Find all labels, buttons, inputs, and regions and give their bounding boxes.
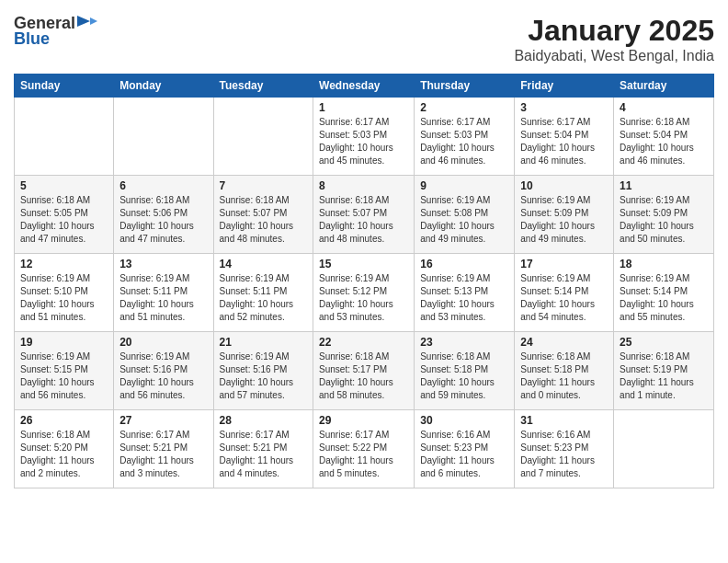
calendar-cell: 18Sunrise: 6:19 AM Sunset: 5:14 PM Dayli… (614, 254, 714, 332)
weekday-header-row: SundayMondayTuesdayWednesdayThursdayFrid… (15, 75, 714, 98)
day-info: Sunrise: 6:18 AM Sunset: 5:06 PM Dayligh… (119, 194, 207, 246)
day-number: 3 (520, 101, 608, 114)
calendar-week-row: 26Sunrise: 6:18 AM Sunset: 5:20 PM Dayli… (15, 410, 714, 488)
day-number: 28 (220, 414, 308, 427)
calendar-week-row: 12Sunrise: 6:19 AM Sunset: 5:10 PM Dayli… (15, 254, 714, 332)
day-number: 14 (220, 258, 308, 270)
day-number: 11 (620, 179, 708, 192)
day-info: Sunrise: 6:16 AM Sunset: 5:23 PM Dayligh… (420, 429, 508, 480)
day-number: 20 (119, 336, 207, 349)
logo-flag-icon (77, 16, 97, 32)
calendar-cell: 1Sunrise: 6:17 AM Sunset: 5:03 PM Daylig… (313, 98, 415, 176)
day-number: 26 (20, 414, 108, 427)
day-info: Sunrise: 6:18 AM Sunset: 5:19 PM Dayligh… (620, 350, 708, 402)
weekday-header-wednesday: Wednesday (313, 75, 415, 98)
day-number: 8 (319, 179, 408, 192)
day-number: 13 (119, 258, 207, 270)
calendar-cell: 30Sunrise: 6:16 AM Sunset: 5:23 PM Dayli… (415, 410, 515, 488)
logo: General Blue (14, 14, 97, 49)
day-info: Sunrise: 6:18 AM Sunset: 5:05 PM Dayligh… (20, 194, 108, 246)
day-info: Sunrise: 6:19 AM Sunset: 5:12 PM Dayligh… (319, 272, 408, 324)
page: General Blue January 2025 Baidyabati, We… (0, 0, 728, 563)
day-number: 18 (620, 258, 708, 270)
calendar-cell: 15Sunrise: 6:19 AM Sunset: 5:12 PM Dayli… (313, 254, 415, 332)
svg-marker-0 (77, 16, 90, 27)
calendar-cell: 10Sunrise: 6:19 AM Sunset: 5:09 PM Dayli… (515, 176, 614, 254)
day-info: Sunrise: 6:17 AM Sunset: 5:21 PM Dayligh… (119, 429, 207, 480)
day-info: Sunrise: 6:19 AM Sunset: 5:16 PM Dayligh… (220, 350, 308, 402)
calendar-table: SundayMondayTuesdayWednesdayThursdayFrid… (14, 74, 714, 488)
day-number: 22 (319, 336, 408, 349)
calendar-cell: 5Sunrise: 6:18 AM Sunset: 5:05 PM Daylig… (15, 176, 114, 254)
calendar-cell (213, 98, 313, 176)
day-info: Sunrise: 6:19 AM Sunset: 5:14 PM Dayligh… (520, 272, 608, 324)
day-number: 27 (119, 414, 207, 427)
day-info: Sunrise: 6:17 AM Sunset: 5:22 PM Dayligh… (319, 429, 408, 480)
calendar-cell: 31Sunrise: 6:16 AM Sunset: 5:23 PM Dayli… (515, 410, 614, 488)
day-info: Sunrise: 6:19 AM Sunset: 5:09 PM Dayligh… (520, 194, 608, 246)
day-number: 21 (220, 336, 308, 349)
calendar-cell: 16Sunrise: 6:19 AM Sunset: 5:13 PM Dayli… (415, 254, 515, 332)
day-info: Sunrise: 6:18 AM Sunset: 5:07 PM Dayligh… (319, 194, 408, 246)
day-info: Sunrise: 6:18 AM Sunset: 5:07 PM Dayligh… (220, 194, 308, 246)
calendar-cell: 9Sunrise: 6:19 AM Sunset: 5:08 PM Daylig… (415, 176, 515, 254)
day-info: Sunrise: 6:18 AM Sunset: 5:17 PM Dayligh… (319, 350, 408, 402)
calendar-cell: 6Sunrise: 6:18 AM Sunset: 5:06 PM Daylig… (114, 176, 213, 254)
day-number: 29 (319, 414, 408, 427)
calendar-cell: 8Sunrise: 6:18 AM Sunset: 5:07 PM Daylig… (313, 176, 415, 254)
calendar-cell: 26Sunrise: 6:18 AM Sunset: 5:20 PM Dayli… (15, 410, 114, 488)
day-number: 6 (119, 179, 207, 192)
day-info: Sunrise: 6:16 AM Sunset: 5:23 PM Dayligh… (520, 429, 608, 480)
calendar-cell (614, 410, 714, 488)
day-number: 10 (520, 179, 608, 192)
calendar-cell: 23Sunrise: 6:18 AM Sunset: 5:18 PM Dayli… (415, 332, 515, 410)
svg-marker-1 (90, 17, 97, 25)
day-number: 23 (420, 336, 508, 349)
calendar-cell: 4Sunrise: 6:18 AM Sunset: 5:04 PM Daylig… (614, 98, 714, 176)
day-number: 17 (520, 258, 608, 270)
title-section: January 2025 Baidyabati, West Bengal, In… (514, 14, 714, 64)
day-info: Sunrise: 6:17 AM Sunset: 5:21 PM Dayligh… (220, 429, 308, 480)
calendar-week-row: 1Sunrise: 6:17 AM Sunset: 5:03 PM Daylig… (15, 98, 714, 176)
calendar-cell: 7Sunrise: 6:18 AM Sunset: 5:07 PM Daylig… (213, 176, 313, 254)
day-info: Sunrise: 6:19 AM Sunset: 5:09 PM Dayligh… (620, 194, 708, 246)
day-number: 31 (520, 414, 608, 427)
day-info: Sunrise: 6:19 AM Sunset: 5:15 PM Dayligh… (20, 350, 108, 402)
day-info: Sunrise: 6:19 AM Sunset: 5:13 PM Dayligh… (420, 272, 508, 324)
day-info: Sunrise: 6:17 AM Sunset: 5:04 PM Dayligh… (520, 116, 608, 167)
day-number: 25 (620, 336, 708, 349)
day-info: Sunrise: 6:19 AM Sunset: 5:16 PM Dayligh… (119, 350, 207, 402)
day-info: Sunrise: 6:19 AM Sunset: 5:11 PM Dayligh… (220, 272, 308, 324)
day-number: 7 (220, 179, 308, 192)
day-number: 30 (420, 414, 508, 427)
day-number: 2 (420, 101, 508, 114)
calendar-cell: 3Sunrise: 6:17 AM Sunset: 5:04 PM Daylig… (515, 98, 614, 176)
day-info: Sunrise: 6:18 AM Sunset: 5:18 PM Dayligh… (520, 350, 608, 402)
day-number: 24 (520, 336, 608, 349)
weekday-header-saturday: Saturday (614, 75, 714, 98)
calendar-cell: 17Sunrise: 6:19 AM Sunset: 5:14 PM Dayli… (515, 254, 614, 332)
calendar-cell: 28Sunrise: 6:17 AM Sunset: 5:21 PM Dayli… (213, 410, 313, 488)
calendar-cell: 27Sunrise: 6:17 AM Sunset: 5:21 PM Dayli… (114, 410, 213, 488)
weekday-header-tuesday: Tuesday (213, 75, 313, 98)
weekday-header-monday: Monday (114, 75, 213, 98)
weekday-header-thursday: Thursday (415, 75, 515, 98)
calendar-cell: 11Sunrise: 6:19 AM Sunset: 5:09 PM Dayli… (614, 176, 714, 254)
calendar-cell: 19Sunrise: 6:19 AM Sunset: 5:15 PM Dayli… (15, 332, 114, 410)
day-info: Sunrise: 6:17 AM Sunset: 5:03 PM Dayligh… (420, 116, 508, 167)
calendar-cell: 2Sunrise: 6:17 AM Sunset: 5:03 PM Daylig… (415, 98, 515, 176)
logo-blue-text: Blue (14, 29, 50, 49)
day-number: 1 (319, 101, 408, 114)
day-info: Sunrise: 6:19 AM Sunset: 5:10 PM Dayligh… (20, 272, 108, 324)
weekday-header-sunday: Sunday (15, 75, 114, 98)
calendar-cell: 24Sunrise: 6:18 AM Sunset: 5:18 PM Dayli… (515, 332, 614, 410)
day-info: Sunrise: 6:19 AM Sunset: 5:11 PM Dayligh… (119, 272, 207, 324)
calendar-cell: 29Sunrise: 6:17 AM Sunset: 5:22 PM Dayli… (313, 410, 415, 488)
calendar-week-row: 5Sunrise: 6:18 AM Sunset: 5:05 PM Daylig… (15, 176, 714, 254)
day-info: Sunrise: 6:18 AM Sunset: 5:04 PM Dayligh… (620, 116, 708, 167)
day-number: 15 (319, 258, 408, 270)
calendar-cell: 25Sunrise: 6:18 AM Sunset: 5:19 PM Dayli… (614, 332, 714, 410)
calendar-cell (114, 98, 213, 176)
weekday-header-friday: Friday (515, 75, 614, 98)
day-info: Sunrise: 6:18 AM Sunset: 5:18 PM Dayligh… (420, 350, 508, 402)
